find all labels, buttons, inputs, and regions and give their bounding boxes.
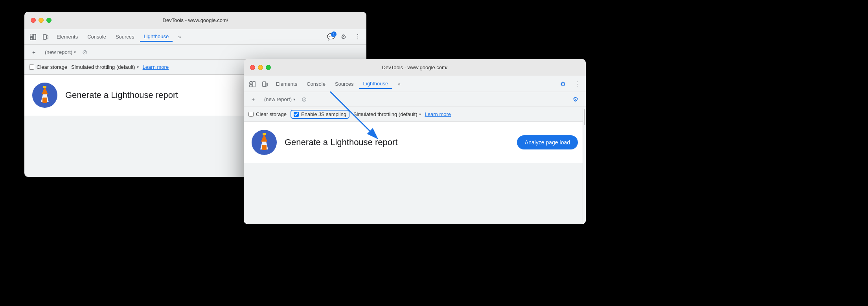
device-icon-1[interactable] [40,31,51,42]
title-bar-1: DevTools - www.google.com/ [24,12,366,29]
svg-rect-0 [30,34,33,37]
scrollbar-thumb-2[interactable] [584,109,585,125]
chat-icon-1[interactable]: 💬 1 [327,33,335,41]
device-icon-2[interactable] [259,79,270,90]
title-bar-2: DevTools - www.google.com/ [244,59,586,76]
close-button-1[interactable] [31,18,36,23]
svg-rect-12 [250,81,252,84]
svg-rect-3 [43,35,46,39]
traffic-lights-2 [250,65,271,70]
learn-more-2[interactable]: Learn more [425,111,451,117]
minimize-button-2[interactable] [258,65,263,70]
window-title-1: DevTools - www.google.com/ [163,17,228,23]
add-report-btn-1[interactable]: + [29,48,39,57]
clear-storage-label-2: Clear storage [256,111,287,117]
throttle-select-1[interactable]: Simulated throttling (default) ▾ [71,64,139,70]
chat-badge-1: 1 [331,31,337,37]
report-select-1[interactable]: (new report) ▾ [42,48,79,57]
tab-lighthouse-1[interactable]: Lighthouse [140,32,173,42]
tab-more-2[interactable]: » [394,79,404,88]
more-icon-1[interactable]: ⋮ [352,31,363,42]
svg-rect-2 [30,37,33,40]
cancel-icon-2[interactable]: ⊘ [302,96,307,103]
clear-storage-checkbox-1[interactable]: Clear storage [29,64,67,70]
toolbar-2: + (new report) ▾ ⊘ ⚙ [244,92,586,107]
svg-rect-16 [266,83,267,86]
js-sampling-checkbox-highlighted[interactable]: Enable JS sampling [291,110,349,119]
add-report-btn-2[interactable]: + [248,95,258,104]
svg-rect-19 [262,145,267,150]
options-bar-2: Clear storage Enable JS sampling Simulat… [244,107,586,122]
tab-sources-2[interactable]: Sources [331,79,358,88]
settings-icon-1[interactable]: ⚙ [338,31,349,42]
svg-rect-4 [47,36,48,39]
tab-actions-2: ⚙ ⋮ [557,79,583,90]
throttle-label-2: Simulated throttling (default) [353,111,417,117]
tab-bar-2: Elements Console Sources Lighthouse » ⚙ … [244,76,586,92]
tab-more-1[interactable]: » [174,32,185,41]
learn-more-1[interactable]: Learn more [143,64,169,70]
settings-toolbar-icon-2[interactable]: ⚙ [570,94,581,105]
js-sampling-input[interactable] [294,112,299,117]
svg-rect-1 [33,34,36,40]
tab-bar-1: Elements Console Sources Lighthouse » 💬 … [24,29,366,45]
inspector-icon-1[interactable] [28,31,39,42]
tab-lighthouse-2[interactable]: Lighthouse [359,79,392,89]
generate-text-2: Generate a Lighthouse report [285,137,397,147]
analyze-btn-2[interactable]: Analyze page load [517,135,578,149]
throttle-label-1: Simulated throttling (default) [71,64,135,70]
devtools-window-2: DevTools - www.google.com/ Elements Cons… [244,59,586,224]
more-icon-2[interactable]: ⋮ [572,79,583,90]
tab-elements-1[interactable]: Elements [53,32,82,41]
clear-storage-label-1: Clear storage [37,64,67,70]
report-dropdown-arrow-2: ▾ [293,97,295,101]
js-sampling-text: Enable JS sampling [301,111,346,117]
throttle-arrow-1: ▾ [137,65,139,69]
svg-rect-7 [42,98,47,103]
svg-rect-21 [263,133,266,135]
inspector-icon-2[interactable] [247,79,258,90]
tab-actions-1: 💬 1 ⚙ ⋮ [327,31,363,42]
settings-icon-2[interactable]: ⚙ [557,79,568,90]
tab-console-1[interactable]: Console [83,32,110,41]
maximize-button-1[interactable] [46,18,51,23]
toolbar-1: + (new report) ▾ ⊘ [24,45,366,60]
tab-sources-1[interactable]: Sources [112,32,138,41]
clear-storage-input-2[interactable] [248,112,254,117]
main-content-2: Generate a Lighthouse report Analyze pag… [244,122,586,163]
tab-console-2[interactable]: Console [303,79,329,88]
clear-storage-checkbox-2[interactable]: Clear storage [248,111,287,117]
svg-rect-15 [263,82,266,87]
report-select-label-1: (new report) [45,49,72,55]
report-dropdown-arrow-1: ▾ [74,50,76,54]
lighthouse-logo-1 [32,83,57,108]
cancel-icon-1[interactable]: ⊘ [82,48,87,56]
window-title-2: DevTools - www.google.com/ [382,65,448,70]
clear-storage-input-1[interactable] [29,65,34,70]
throttle-arrow-2: ▾ [419,112,421,116]
generate-text-1: Generate a Lighthouse report [65,90,178,100]
svg-rect-13 [253,81,255,87]
minimize-button-1[interactable] [39,18,44,23]
report-select-label-2: (new report) [264,96,292,102]
report-select-2[interactable]: (new report) ▾ [261,95,298,104]
maximize-button-2[interactable] [266,65,271,70]
svg-rect-9 [43,86,46,88]
svg-rect-14 [250,85,252,87]
traffic-lights-1 [31,18,51,23]
lighthouse-logo-2 [252,130,277,155]
close-button-2[interactable] [250,65,255,70]
js-sampling-label[interactable]: Enable JS sampling [294,111,346,117]
throttle-select-2[interactable]: Simulated throttling (default) ▾ [353,111,421,117]
tab-elements-2[interactable]: Elements [272,79,301,88]
scrollbar-2[interactable] [583,108,586,224]
